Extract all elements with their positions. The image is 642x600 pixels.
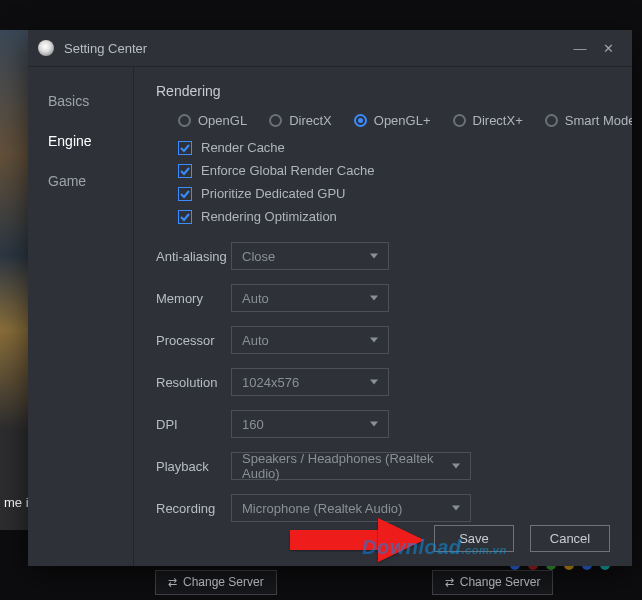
checkbox-icon: [178, 210, 192, 224]
row-recording: RecordingMicrophone (Realtek Audio): [156, 494, 610, 522]
checkbox-enforce-global-render-cache[interactable]: Enforce Global Render Cache: [178, 163, 610, 178]
checkbox-render-cache[interactable]: Render Cache: [178, 140, 610, 155]
row-label: Processor: [156, 333, 231, 348]
rendering-check-list: Render CacheEnforce Global Render CacheP…: [178, 140, 610, 224]
radio-openglplus[interactable]: OpenGL+: [354, 113, 431, 128]
row-memory: MemoryAuto: [156, 284, 610, 312]
select-playback[interactable]: Speakers / Headphones (Realtek Audio): [231, 452, 471, 480]
checkbox-icon: [178, 164, 192, 178]
checkbox-icon: [178, 141, 192, 155]
row-playback: PlaybackSpeakers / Headphones (Realtek A…: [156, 452, 610, 480]
row-label: Recording: [156, 501, 231, 516]
checkbox-label: Render Cache: [201, 140, 285, 155]
select-value: Auto: [242, 333, 269, 348]
select-value: Close: [242, 249, 275, 264]
select-value: Speakers / Headphones (Realtek Audio): [242, 451, 460, 481]
row-dpi: DPI160: [156, 410, 610, 438]
radio-label: OpenGL+: [374, 113, 431, 128]
row-label: DPI: [156, 417, 231, 432]
modal-title: Setting Center: [64, 41, 566, 56]
checkbox-icon: [178, 187, 192, 201]
sidebar: BasicsEngineGame: [28, 67, 134, 566]
app-icon: [38, 40, 54, 56]
modal-body: BasicsEngineGame Rendering OpenGLDirectX…: [28, 67, 632, 566]
radio-directxplus[interactable]: DirectX+: [453, 113, 523, 128]
modal-footer: Save Cancel: [434, 525, 610, 552]
chevron-down-icon: [370, 338, 378, 343]
row-label: Anti-aliasing: [156, 249, 231, 264]
settings-form: Anti-aliasingCloseMemoryAutoProcessorAut…: [156, 242, 610, 522]
radio-dot-icon: [545, 114, 558, 127]
select-recording[interactable]: Microphone (Realtek Audio): [231, 494, 471, 522]
checkbox-label: Enforce Global Render Cache: [201, 163, 374, 178]
sidebar-tab-engine[interactable]: Engine: [28, 121, 133, 161]
select-value: 1024x576: [242, 375, 299, 390]
row-label: Playback: [156, 459, 231, 474]
radio-dot-icon: [453, 114, 466, 127]
select-anti-aliasing[interactable]: Close: [231, 242, 389, 270]
radio-smart mode[interactable]: Smart Mode: [545, 113, 632, 128]
checkbox-prioritize-dedicated-gpu[interactable]: Prioritize Dedicated GPU: [178, 186, 610, 201]
change-server-label: Change Server: [183, 575, 264, 589]
content: Rendering OpenGLDirectXOpenGL+DirectX+Sm…: [134, 67, 632, 566]
select-processor[interactable]: Auto: [231, 326, 389, 354]
select-value: 160: [242, 417, 264, 432]
checkbox-rendering-optimization[interactable]: Rendering Optimization: [178, 209, 610, 224]
sidebar-tab-game[interactable]: Game: [28, 161, 133, 201]
radio-dot-icon: [269, 114, 282, 127]
radio-dot-icon: [354, 114, 367, 127]
chevron-down-icon: [370, 380, 378, 385]
change-server-label: Change Server: [460, 575, 541, 589]
save-button[interactable]: Save: [434, 525, 514, 552]
chevron-down-icon: [370, 422, 378, 427]
rendering-mode-radio-group: OpenGLDirectXOpenGL+DirectX+Smart Mode: [178, 113, 610, 128]
select-value: Microphone (Realtek Audio): [242, 501, 402, 516]
radio-opengl[interactable]: OpenGL: [178, 113, 247, 128]
row-label: Resolution: [156, 375, 231, 390]
swap-icon: ⇄: [168, 576, 177, 589]
minimize-button[interactable]: —: [566, 41, 594, 56]
radio-dot-icon: [178, 114, 191, 127]
radio-label: DirectX+: [473, 113, 523, 128]
row-anti-aliasing: Anti-aliasingClose: [156, 242, 610, 270]
radio-label: Smart Mode: [565, 113, 632, 128]
cancel-button[interactable]: Cancel: [530, 525, 610, 552]
row-label: Memory: [156, 291, 231, 306]
select-memory[interactable]: Auto: [231, 284, 389, 312]
titlebar: Setting Center — ✕: [28, 30, 632, 66]
close-button[interactable]: ✕: [594, 41, 622, 56]
chevron-down-icon: [370, 254, 378, 259]
row-resolution: Resolution1024x576: [156, 368, 610, 396]
settings-modal: Setting Center — ✕ BasicsEngineGame Rend…: [28, 30, 632, 566]
chevron-down-icon: [370, 296, 378, 301]
chevron-down-icon: [452, 506, 460, 511]
change-server-button-right[interactable]: ⇄ Change Server: [432, 570, 554, 595]
checkbox-label: Rendering Optimization: [201, 209, 337, 224]
chevron-down-icon: [452, 464, 460, 469]
radio-label: OpenGL: [198, 113, 247, 128]
select-value: Auto: [242, 291, 269, 306]
select-dpi[interactable]: 160: [231, 410, 389, 438]
change-server-button-left[interactable]: ⇄ Change Server: [155, 570, 277, 595]
sidebar-tab-basics[interactable]: Basics: [28, 81, 133, 121]
radio-label: DirectX: [289, 113, 332, 128]
section-header-rendering: Rendering: [156, 83, 610, 99]
row-processor: ProcessorAuto: [156, 326, 610, 354]
swap-icon: ⇄: [445, 576, 454, 589]
radio-directx[interactable]: DirectX: [269, 113, 332, 128]
background-game-strip: [0, 30, 28, 530]
select-resolution[interactable]: 1024x576: [231, 368, 389, 396]
checkbox-label: Prioritize Dedicated GPU: [201, 186, 346, 201]
